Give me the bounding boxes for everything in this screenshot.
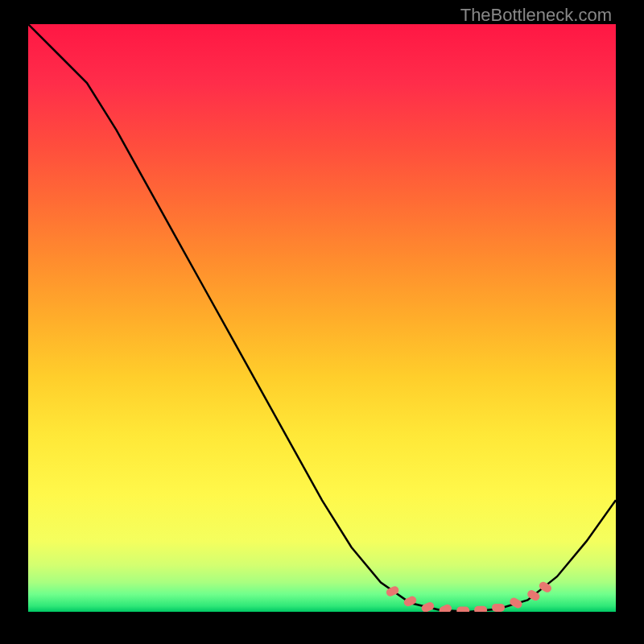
watermark-text: TheBottleneck.com xyxy=(460,5,612,26)
curve-marker xyxy=(420,601,436,612)
curve-marker xyxy=(474,606,487,612)
curve-marker xyxy=(456,607,469,613)
curve-marker xyxy=(492,604,505,612)
curve-marker xyxy=(508,597,523,610)
bottleneck-curve xyxy=(28,24,616,612)
curve-marker xyxy=(402,595,418,608)
curve-marker xyxy=(438,603,453,612)
chart-plot-area xyxy=(28,24,616,612)
